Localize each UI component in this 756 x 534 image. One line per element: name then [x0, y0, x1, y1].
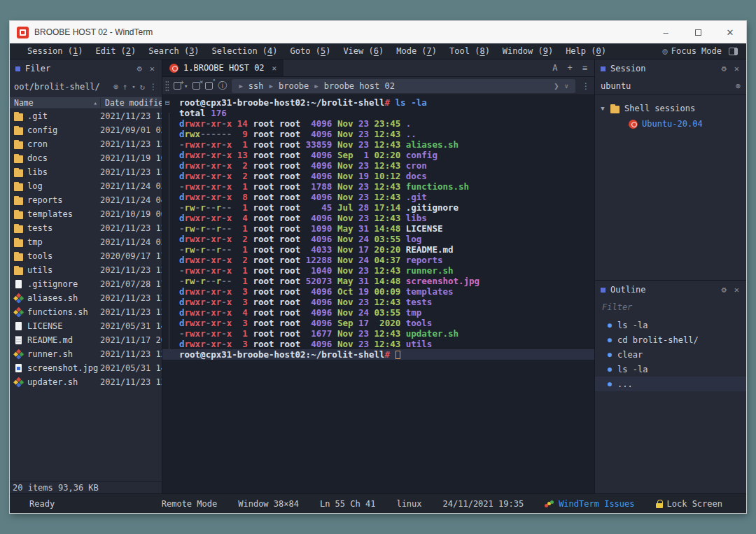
- bullet-icon: ●: [608, 336, 612, 344]
- title-bar[interactable]: BROOBE HOST 02 - WindTerm – ✕: [10, 21, 746, 43]
- file-row-tmp[interactable]: tmp2021/11/24 03: [10, 235, 162, 249]
- focus-mode-button[interactable]: ◎ Focus Mode: [663, 46, 722, 56]
- breadcrumb[interactable]: ▶ ssh ▶ broobe ▶ broobe host 02 ❯ ∨: [232, 79, 575, 93]
- menu-window[interactable]: Window (9): [496, 46, 559, 56]
- tree-item-ubuntu[interactable]: Ubuntu-20.04: [595, 116, 746, 132]
- menu-search[interactable]: Search (3): [142, 46, 205, 56]
- file-row-log[interactable]: log2021/11/24 03: [10, 179, 162, 193]
- tab-close-icon[interactable]: ✕: [272, 64, 277, 73]
- filer-path[interactable]: oot/brolit-shell/: [14, 82, 109, 92]
- gear-icon[interactable]: ⚙: [720, 285, 728, 295]
- outline-item[interactable]: ●ls -la: [595, 318, 746, 332]
- menu-selection[interactable]: Selection (4): [206, 46, 284, 56]
- tree-item-shell-sessions[interactable]: ▼ Shell sessions: [595, 101, 746, 116]
- close-icon[interactable]: ✕: [733, 64, 741, 73]
- panel-toggle-icon[interactable]: [729, 48, 738, 55]
- close-button[interactable]: ✕: [714, 21, 746, 43]
- breadcrumb-host[interactable]: broobe host 02: [324, 81, 395, 91]
- outline-item[interactable]: ●...: [595, 377, 746, 391]
- tree-expander-icon[interactable]: ▼: [599, 105, 606, 112]
- column-date-modified[interactable]: Date modified: [100, 98, 162, 108]
- status-os[interactable]: linux: [396, 499, 421, 509]
- lock-screen-button[interactable]: Lock Screen: [656, 499, 722, 509]
- status-window-size[interactable]: Window 38×84: [238, 499, 299, 509]
- breadcrumb-collapse-icon[interactable]: ∨: [565, 83, 568, 90]
- new-session-icon[interactable]: +: [174, 82, 181, 90]
- file-row-utils[interactable]: utils2021/11/23 12: [10, 263, 162, 277]
- close-icon[interactable]: ✕: [733, 285, 741, 295]
- filer-address-bar[interactable]: oot/brolit-shell/ ⊗ ↑ ▾ ↻ ⋮: [10, 78, 162, 96]
- outline-filter-input[interactable]: Filter: [595, 299, 746, 315]
- outline-header: Outline ⚙ ✕: [595, 281, 746, 299]
- detach-session-icon[interactable]: °: [205, 82, 213, 90]
- file-date: 2021/09/01 02: [100, 125, 162, 135]
- file-row-cron[interactable]: cron2021/11/23 12: [10, 137, 162, 151]
- folder-icon: [14, 252, 24, 261]
- status-remote-mode[interactable]: Remote Mode: [162, 499, 217, 509]
- file-row-runner.sh[interactable]: runner.sh2021/11/23 12: [10, 347, 162, 361]
- menu-mode[interactable]: Mode (7): [390, 46, 443, 56]
- file-row-README.md[interactable]: README.md2021/11/17 20: [10, 333, 162, 347]
- outline-list: ●ls -la●cd brolit-shell/●clear●ls -la●..…: [595, 315, 746, 391]
- chevron-down-icon[interactable]: ▾: [132, 83, 135, 90]
- status-cursor-position[interactable]: Ln 55 Ch 41: [320, 499, 375, 509]
- menu-view[interactable]: View (6): [337, 46, 390, 56]
- status-datetime[interactable]: 24/11/2021 19:35: [443, 499, 524, 509]
- outline-item[interactable]: ●clear: [595, 347, 746, 362]
- menu-goto[interactable]: Goto (5): [284, 46, 337, 56]
- clear-path-icon[interactable]: ⊗: [113, 82, 118, 92]
- more-options-icon[interactable]: ⋮: [149, 82, 158, 92]
- menu-edit[interactable]: Edit (2): [90, 46, 143, 56]
- maximize-button[interactable]: [682, 21, 714, 43]
- new-session-dropdown-icon[interactable]: ▾: [184, 83, 188, 90]
- gear-icon[interactable]: ⚙: [136, 64, 144, 73]
- file-row-.gitignore[interactable]: .gitignore2021/07/28 17: [10, 277, 162, 291]
- minimize-button[interactable]: –: [650, 21, 682, 43]
- font-size-icon[interactable]: A: [552, 63, 557, 73]
- file-row-docs[interactable]: docs2021/11/19 10: [10, 151, 162, 165]
- file-row-screenshot.jpg[interactable]: screenshot.jpg2021/05/31 14: [10, 361, 162, 375]
- menu-session[interactable]: Session (1): [21, 46, 90, 56]
- file-row-libs[interactable]: libs2021/11/23 12: [10, 165, 162, 179]
- menu-help[interactable]: Help (0): [559, 46, 612, 56]
- up-directory-icon[interactable]: ↑: [122, 82, 127, 92]
- breadcrumb-expand-icon[interactable]: ❯: [554, 81, 559, 91]
- file-row-aliases.sh[interactable]: aliases.sh2021/11/23 12: [10, 291, 162, 305]
- windterm-issues-link[interactable]: WindTerm Issues: [545, 499, 634, 509]
- column-name[interactable]: Name ▴: [10, 98, 100, 108]
- new-tab-icon[interactable]: +: [568, 63, 573, 73]
- gear-icon[interactable]: ⚙: [720, 64, 728, 73]
- session-search-value[interactable]: ubuntu: [601, 81, 732, 91]
- breadcrumb-broobe[interactable]: broobe: [279, 81, 309, 91]
- bug-worm-icon: [545, 500, 554, 508]
- tab-broobe-host-02[interactable]: 1.BROOBE HOST 02 ✕: [162, 59, 284, 76]
- file-row-LICENSE[interactable]: LICENSE2021/05/31 14: [10, 319, 162, 333]
- toolbar-overflow-icon[interactable]: ⋮: [582, 81, 590, 91]
- terminal-screen[interactable]: ⊟ root@cpx31-broobe-host02:~/brolit-shel…: [162, 95, 594, 493]
- session-search-input[interactable]: ubuntu ⊗: [595, 78, 746, 95]
- file-row-functions.sh[interactable]: functions.sh2021/11/23 12: [10, 305, 162, 319]
- close-session-icon[interactable]: ×: [192, 82, 200, 90]
- breadcrumb-ssh[interactable]: ssh: [248, 81, 264, 91]
- terminal-line: -rw-r--r-- 1 root root 52073 May 31 14:4…: [162, 276, 594, 286]
- toolbar-drag-handle[interactable]: [165, 80, 169, 92]
- clear-search-icon[interactable]: ⊗: [736, 81, 741, 91]
- menu-tool[interactable]: Tool (8): [443, 46, 496, 56]
- file-row-tests[interactable]: tests2021/11/23 12: [10, 221, 162, 235]
- file-row-reports[interactable]: reports2021/11/24 04: [10, 193, 162, 207]
- outline-item[interactable]: ●ls -la: [595, 362, 746, 377]
- file-row-updater.sh[interactable]: updater.sh2021/11/23 12: [10, 375, 162, 389]
- file-date: 2021/11/23 12: [100, 111, 162, 121]
- shell-icon: [13, 349, 24, 359]
- file-date: 2021/11/17 20: [100, 335, 162, 345]
- close-icon[interactable]: ✕: [148, 64, 156, 73]
- file-row-tools[interactable]: tools2020/09/17 17: [10, 249, 162, 263]
- file-row-templates[interactable]: templates2021/10/19 00: [10, 207, 162, 221]
- file-row-.git[interactable]: .git2021/11/23 12: [10, 109, 162, 123]
- outline-item[interactable]: ●cd brolit-shell/: [595, 332, 746, 347]
- refresh-icon[interactable]: ↻: [140, 82, 145, 92]
- info-icon[interactable]: ⓘ: [218, 80, 227, 92]
- file-row-config[interactable]: config2021/09/01 02: [10, 123, 162, 137]
- tab-list-icon[interactable]: ≡: [582, 63, 587, 73]
- file-name: tests: [27, 223, 52, 233]
